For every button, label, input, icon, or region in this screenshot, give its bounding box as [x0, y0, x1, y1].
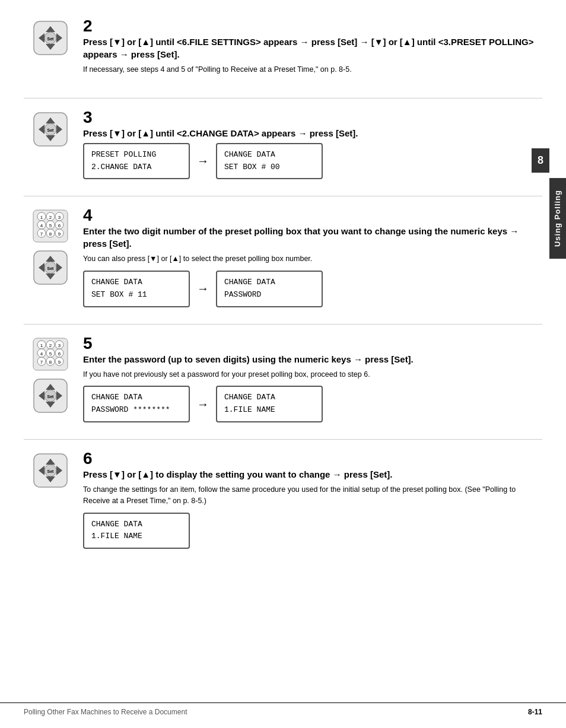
numpad-icon-step5: 1 2 3 4 5 6 7 8 9 — [33, 338, 68, 371]
svg-text:7: 7 — [40, 231, 43, 237]
step-6-row: Set 6 Press [▼] or [▲] to display the se… — [24, 450, 542, 549]
sidebar-tab: Using Polling — [549, 178, 566, 259]
step-6-lcd-single: CHANGE DATA 1.FILE NAME — [83, 513, 190, 549]
svg-text:Set: Set — [47, 395, 55, 399]
divider-4-5 — [24, 324, 542, 325]
svg-text:2: 2 — [49, 343, 52, 348]
step-4-content: 4 Enter the two digit number of the pres… — [77, 207, 542, 307]
set-button-icon-step5b: Set — [33, 378, 68, 414]
step-2-note: If necessary, see steps 4 and 5 of "Poll… — [83, 64, 542, 75]
arrow-step5: → — [197, 398, 209, 411]
step-5-lcd-right: CHANGE DATA 1.FILE NAME — [216, 386, 323, 422]
svg-text:9: 9 — [58, 231, 61, 237]
lcd5-right-line1: CHANGE DATA — [224, 392, 314, 404]
arrow-step4: → — [197, 282, 209, 295]
lcd3-left-line2: 2.CHANGE DATA — [91, 161, 182, 174]
step-2-instruction: Press [▼] or [▲] until <6.FILE SETTINGS>… — [83, 36, 542, 61]
lcd6-line2: 1.FILE NAME — [91, 530, 182, 543]
lcd4-right-line2: PASSWORD — [224, 289, 314, 301]
arrow-step3: → — [197, 154, 209, 168]
step-6-note: To change the settings for an item, foll… — [83, 484, 542, 507]
step-4-instruction: Enter the two digit number of the preset… — [83, 225, 542, 250]
step-3-row: Set 3 Press [▼] or [▲] until <2.CHANGE D… — [24, 109, 542, 180]
divider-2-3 — [24, 98, 542, 98]
sidebar-label: Using Polling — [553, 190, 562, 247]
step-3-content: 3 Press [▼] or [▲] until <2.CHANGE DATA>… — [77, 109, 542, 180]
lcd3-left-line1: PRESET POLLING — [91, 149, 182, 161]
lcd5-left-line2: PASSWORD ******** — [91, 404, 182, 417]
svg-text:6: 6 — [58, 351, 61, 357]
footer-left-text: Polling Other Fax Machines to Receive a … — [24, 708, 187, 716]
numpad-icon-step4: 1 2 3 4 5 6 7 8 9 — [33, 209, 68, 243]
step-6-lcd-row: CHANGE DATA 1.FILE NAME — [83, 513, 542, 549]
step-4-note: You can also press [▼] or [▲] to select … — [83, 253, 542, 265]
step-6-icon-col: Set — [24, 450, 77, 488]
step-4-lcd-row: CHANGE DATA SET BOX # 11 → CHANGE DATA P… — [83, 271, 542, 307]
step-3-lcd-left: PRESET POLLING 2.CHANGE DATA — [83, 143, 190, 180]
step-4-icon-col: 1 2 3 4 5 6 7 8 9 Set — [24, 207, 77, 285]
lcd3-right-line2: SET BOX # 00 — [224, 161, 314, 174]
lcd4-right-line1: CHANGE DATA — [224, 276, 314, 289]
set-button-icon-step6: Set — [33, 453, 68, 488]
step-6-number: 6 — [83, 450, 542, 467]
step-2-content: 2 Press [▼] or [▲] until <6.FILE SETTING… — [77, 18, 542, 81]
svg-text:2: 2 — [49, 215, 52, 220]
step-4-lcd-left: CHANGE DATA SET BOX # 11 — [83, 271, 190, 307]
step-4-number: 4 — [83, 207, 542, 224]
step-5-lcd-row: CHANGE DATA PASSWORD ******** → CHANGE D… — [83, 386, 542, 422]
svg-text:Set: Set — [47, 469, 55, 473]
step-4-lcd-right: CHANGE DATA PASSWORD — [216, 271, 323, 307]
lcd5-right-line2: 1.FILE NAME — [224, 404, 314, 417]
page-container: 8 Using Polling Set 2 Press — [0, 0, 566, 728]
lcd5-left-line1: CHANGE DATA — [91, 392, 182, 404]
svg-text:8: 8 — [49, 360, 52, 365]
svg-text:9: 9 — [58, 360, 61, 365]
section-number: 8 — [538, 154, 543, 166]
step-5-row: 1 2 3 4 5 6 7 8 9 Set 5 Enter t — [24, 335, 542, 422]
svg-text:4: 4 — [40, 223, 43, 228]
page-footer: Polling Other Fax Machines to Receive a … — [0, 702, 566, 716]
svg-text:6: 6 — [58, 223, 61, 228]
svg-text:3: 3 — [58, 343, 61, 348]
step-3-number: 3 — [83, 109, 542, 126]
step-6-content: 6 Press [▼] or [▲] to display the settin… — [77, 450, 542, 549]
step-5-instruction: Enter the password (up to seven digits) … — [83, 353, 542, 365]
svg-text:Set: Set — [47, 266, 55, 271]
svg-text:5: 5 — [49, 351, 52, 357]
footer-page-number: 8-11 — [528, 708, 542, 716]
section-number-tab: 8 — [532, 148, 549, 173]
svg-text:7: 7 — [40, 360, 43, 365]
step-2-number: 2 — [83, 18, 542, 34]
lcd6-line1: CHANGE DATA — [91, 519, 182, 531]
step-2-icon-col: Set — [24, 18, 77, 56]
step-5-content: 5 Enter the password (up to seven digits… — [77, 335, 542, 422]
svg-text:3: 3 — [58, 215, 61, 220]
step-3-instruction: Press [▼] or [▲] until <2.CHANGE DATA> a… — [83, 127, 542, 139]
svg-text:1: 1 — [40, 343, 43, 348]
svg-text:1: 1 — [40, 215, 43, 220]
divider-5-6 — [24, 439, 542, 440]
step-3-icon-col: Set — [24, 109, 77, 147]
svg-text:5: 5 — [49, 223, 52, 228]
svg-text:Set: Set — [47, 128, 55, 132]
step-4-row: 1 2 3 4 5 6 7 8 9 Set — [24, 207, 542, 307]
svg-text:8: 8 — [49, 231, 52, 237]
step-3-lcd-row: PRESET POLLING 2.CHANGE DATA → CHANGE DA… — [83, 143, 542, 180]
step-5-icon-col: 1 2 3 4 5 6 7 8 9 Set — [24, 335, 77, 414]
step-5-note: If you have not previously set a passwor… — [83, 369, 542, 380]
set-button-icon-step3: Set — [33, 112, 68, 147]
step-2-row: Set 2 Press [▼] or [▲] until <6.FILE SET… — [24, 18, 542, 81]
step-5-lcd-left: CHANGE DATA PASSWORD ******** — [83, 386, 190, 422]
lcd4-left-line1: CHANGE DATA — [91, 276, 182, 289]
set-button-icon-step4b: Set — [33, 250, 68, 285]
svg-text:4: 4 — [40, 351, 43, 357]
lcd3-right-line1: CHANGE DATA — [224, 149, 314, 161]
step-5-number: 5 — [83, 335, 542, 352]
step-6-instruction: Press [▼] or [▲] to display the setting … — [83, 468, 542, 481]
set-button-icon-step2: Set — [33, 20, 68, 56]
svg-text:Set: Set — [47, 37, 55, 41]
divider-3-4 — [24, 196, 542, 196]
lcd4-left-line2: SET BOX # 11 — [91, 289, 182, 301]
step-3-lcd-right: CHANGE DATA SET BOX # 00 — [216, 143, 323, 180]
